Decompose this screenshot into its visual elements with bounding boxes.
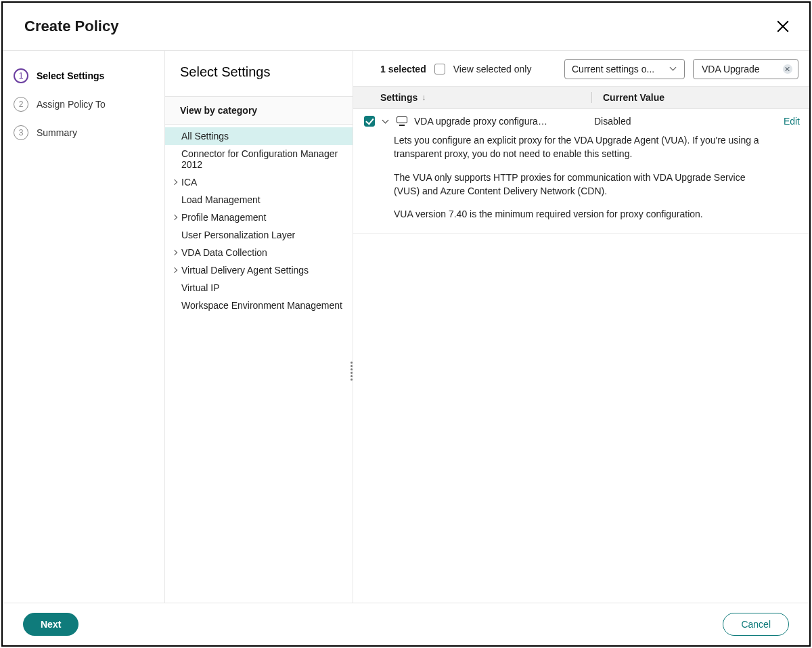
category-label: VDA Data Collection: [181, 247, 267, 258]
category-all-settings[interactable]: All Settings: [165, 127, 353, 145]
sort-down-icon: ↓: [422, 93, 426, 102]
step-number: 2: [14, 97, 28, 112]
resize-handle[interactable]: [351, 362, 355, 381]
category-label: Load Management: [181, 194, 261, 205]
settings-toolbar: 1 selected View selected only Current se…: [353, 51, 809, 86]
expand-row-icon[interactable]: [382, 117, 390, 125]
category-connector-configmgr[interactable]: Connector for Configuration Manager 2012: [165, 145, 353, 173]
view-selected-label: View selected only: [453, 64, 532, 74]
category-label: Virtual Delivery Agent Settings: [181, 265, 309, 276]
step-number: 3: [14, 125, 28, 140]
chevron-right-icon: [172, 214, 179, 221]
category-wem[interactable]: Workspace Environment Management: [165, 297, 353, 314]
category-label: User Personalization Layer: [181, 230, 295, 240]
setting-row: VDA upgrade proxy configuratio... Disabl…: [353, 109, 809, 127]
desc-paragraph: Lets you configure an explicit proxy for…: [394, 133, 769, 161]
step-select-settings[interactable]: 1 Select Settings: [14, 62, 154, 90]
setting-description: Lets you configure an explicit proxy for…: [353, 127, 809, 234]
clear-filter-icon[interactable]: [783, 64, 792, 74]
next-button[interactable]: Next: [23, 613, 78, 636]
category-header: View by category: [165, 96, 353, 125]
settings-panel: 1 selected View selected only Current se…: [353, 51, 809, 603]
category-user-personalization[interactable]: User Personalization Layer: [165, 226, 353, 244]
version-dropdown[interactable]: Current settings o...: [564, 59, 685, 79]
column-label: Settings: [380, 92, 418, 103]
chevron-down-icon: [669, 66, 677, 72]
column-header-settings[interactable]: Settings ↓: [380, 92, 591, 103]
desc-paragraph: VUA version 7.40 is the minimum required…: [394, 207, 769, 221]
chevron-right-icon: [172, 249, 179, 256]
category-ica[interactable]: ICA: [165, 173, 353, 191]
category-label: ICA: [181, 177, 197, 188]
category-label: All Settings: [181, 131, 229, 142]
dialog-header: Create Policy: [3, 3, 809, 50]
step-number: 1: [14, 68, 28, 83]
category-vda-data-collection[interactable]: VDA Data Collection: [165, 244, 353, 261]
category-vda-settings[interactable]: Virtual Delivery Agent Settings: [165, 261, 353, 279]
step-summary[interactable]: 3 Summary: [14, 118, 154, 147]
desc-paragraph: The VUA only supports HTTP proxies for c…: [394, 171, 769, 198]
dialog-footer: Next Cancel: [3, 603, 809, 645]
step-assign-policy[interactable]: 2 Assign Policy To: [14, 90, 154, 118]
dialog-title: Create Policy: [24, 18, 118, 35]
row-checkbox[interactable]: [364, 116, 375, 127]
edit-link[interactable]: Edit: [784, 116, 800, 127]
step-label: Assign Policy To: [37, 99, 106, 110]
dropdown-value: Current settings o...: [572, 64, 664, 74]
selected-count: 1 selected: [380, 64, 426, 74]
column-header-value[interactable]: Current Value: [591, 92, 798, 103]
cancel-button[interactable]: Cancel: [723, 613, 789, 636]
filter-chip: VDA Upgrade: [693, 59, 798, 79]
category-label: Connector for Configuration Manager 2012: [181, 148, 346, 170]
panel-heading: Select Settings: [165, 51, 353, 96]
create-policy-dialog: Create Policy 1 Select Settings 2 Assign…: [1, 1, 811, 647]
monitor-icon: [397, 116, 407, 126]
chevron-right-icon: [172, 267, 179, 274]
setting-name: VDA upgrade proxy configuratio...: [414, 116, 549, 127]
column-label: Current Value: [603, 92, 664, 103]
category-label: Workspace Environment Management: [181, 300, 342, 311]
category-virtual-ip[interactable]: Virtual IP: [165, 279, 353, 297]
category-profile-management[interactable]: Profile Management: [165, 209, 353, 226]
filter-chip-label: VDA Upgrade: [702, 64, 776, 74]
category-list: All Settings Connector for Configuration…: [165, 125, 353, 603]
view-selected-checkbox[interactable]: [434, 64, 445, 74]
column-header-row: Settings ↓ Current Value: [353, 86, 809, 109]
chevron-right-icon: [172, 179, 179, 186]
setting-value: Disabled: [594, 116, 631, 127]
step-label: Summary: [37, 127, 77, 138]
step-label: Select Settings: [37, 70, 104, 81]
dialog-body: 1 Select Settings 2 Assign Policy To 3 S…: [3, 50, 809, 603]
category-label: Virtual IP: [181, 282, 220, 293]
category-panel: Select Settings View by category All Set…: [165, 51, 353, 603]
category-label: Profile Management: [181, 212, 266, 223]
wizard-stepper: 1 Select Settings 2 Assign Policy To 3 S…: [3, 51, 165, 603]
category-load-management[interactable]: Load Management: [165, 191, 353, 209]
close-icon[interactable]: [777, 20, 789, 33]
